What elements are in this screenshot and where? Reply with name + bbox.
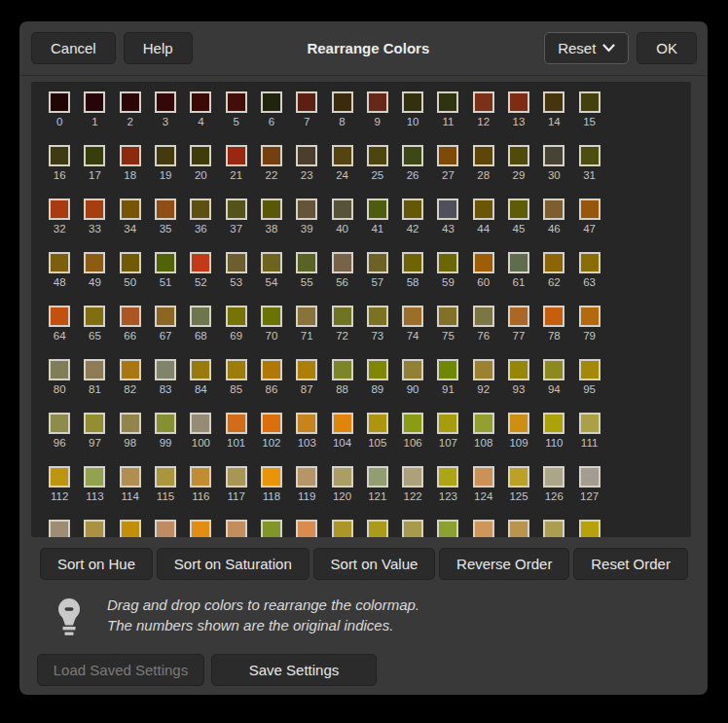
color-swatch[interactable] xyxy=(155,359,176,380)
color-swatch-cell[interactable]: 115 xyxy=(148,466,183,520)
color-swatch-cell[interactable]: 11 xyxy=(430,91,465,145)
color-swatch-cell[interactable]: 79 xyxy=(571,306,606,359)
color-swatch-cell[interactable]: 57 xyxy=(360,252,395,306)
color-swatch[interactable] xyxy=(543,252,564,273)
color-swatch[interactable] xyxy=(84,145,105,166)
color-swatch-cell[interactable]: 84 xyxy=(183,359,218,413)
color-swatch[interactable] xyxy=(332,520,353,537)
color-swatch-cell[interactable]: 31 xyxy=(571,145,606,199)
color-swatch[interactable] xyxy=(226,466,247,488)
color-swatch-cell[interactable]: 8 xyxy=(324,91,359,145)
color-swatch-cell[interactable]: 29 xyxy=(501,145,536,199)
color-swatch-cell[interactable]: 121 xyxy=(360,466,395,520)
color-swatch-cell[interactable]: 32 xyxy=(42,199,77,252)
color-swatch[interactable] xyxy=(332,359,353,380)
color-swatch-cell[interactable]: 35 xyxy=(148,199,183,252)
color-swatch-cell[interactable]: 103 xyxy=(289,413,324,466)
color-swatch-cell[interactable]: 78 xyxy=(536,306,571,359)
color-swatch[interactable] xyxy=(226,145,247,166)
color-swatch-cell[interactable]: 55 xyxy=(289,252,324,306)
color-swatch[interactable] xyxy=(473,306,494,327)
color-swatch[interactable] xyxy=(49,359,70,380)
color-swatch-cell[interactable]: 15 xyxy=(571,91,606,145)
color-swatch-cell[interactable]: 24 xyxy=(324,145,359,199)
color-swatch[interactable] xyxy=(190,199,211,220)
color-swatch[interactable] xyxy=(437,520,458,537)
color-swatch-cell[interactable]: 127 xyxy=(571,466,606,520)
color-swatch[interactable] xyxy=(332,91,353,113)
color-swatch[interactable] xyxy=(579,145,601,166)
color-swatch-cell[interactable]: 66 xyxy=(113,306,148,359)
color-swatch[interactable] xyxy=(437,306,458,327)
color-swatch-cell[interactable]: 38 xyxy=(254,199,289,252)
color-swatch[interactable] xyxy=(296,466,317,488)
color-swatch-cell[interactable]: 109 xyxy=(501,413,536,466)
color-swatch[interactable] xyxy=(402,199,423,220)
color-swatch[interactable] xyxy=(49,520,70,537)
color-swatch[interactable] xyxy=(332,252,353,273)
color-swatch-cell[interactable]: 16 xyxy=(42,145,77,199)
color-swatch-cell[interactable]: 126 xyxy=(536,466,571,520)
color-swatch-cell[interactable]: 23 xyxy=(289,145,324,199)
color-swatch-cell[interactable]: 50 xyxy=(113,252,148,306)
color-swatch-cell[interactable]: 19 xyxy=(148,145,183,199)
color-swatch[interactable] xyxy=(49,91,70,113)
color-swatch[interactable] xyxy=(402,359,423,380)
color-swatch-cell[interactable]: 59 xyxy=(430,252,465,306)
color-swatch[interactable] xyxy=(543,520,564,537)
color-swatch[interactable] xyxy=(543,306,564,327)
color-swatch[interactable] xyxy=(332,413,353,434)
color-swatch-cell[interactable]: 41 xyxy=(360,199,395,252)
color-swatch[interactable] xyxy=(261,520,282,537)
color-swatch-cell[interactable]: 143 xyxy=(571,520,606,537)
color-swatch-cell[interactable]: 108 xyxy=(466,413,501,466)
color-swatch[interactable] xyxy=(332,199,353,220)
color-swatch[interactable] xyxy=(543,145,564,166)
color-swatch-cell[interactable]: 12 xyxy=(466,91,501,145)
color-swatch[interactable] xyxy=(84,252,105,273)
color-swatch[interactable] xyxy=(296,306,317,327)
color-swatch-cell[interactable]: 48 xyxy=(42,252,77,306)
color-swatch-cell[interactable]: 46 xyxy=(536,199,571,252)
color-swatch[interactable] xyxy=(367,520,388,537)
color-swatch-cell[interactable]: 95 xyxy=(571,359,606,413)
color-swatch-cell[interactable]: 51 xyxy=(148,252,183,306)
color-swatch-cell[interactable]: 37 xyxy=(218,199,253,252)
color-swatch-cell[interactable]: 77 xyxy=(501,306,536,359)
color-swatch-cell[interactable]: 117 xyxy=(218,466,253,520)
color-swatch-cell[interactable]: 89 xyxy=(360,359,395,413)
color-swatch[interactable] xyxy=(508,466,529,488)
color-swatch[interactable] xyxy=(190,413,211,434)
color-swatch-cell[interactable]: 65 xyxy=(77,306,112,359)
color-swatch-cell[interactable]: 114 xyxy=(113,466,148,520)
color-swatch-cell[interactable]: 122 xyxy=(395,466,430,520)
color-swatch-cell[interactable]: 14 xyxy=(536,91,571,145)
color-swatch[interactable] xyxy=(402,413,423,434)
color-swatch[interactable] xyxy=(120,413,141,434)
color-swatch[interactable] xyxy=(579,466,601,488)
color-swatch[interactable] xyxy=(473,520,494,537)
color-swatch-cell[interactable]: 2 xyxy=(113,91,148,145)
color-swatch[interactable] xyxy=(296,359,317,380)
color-swatch[interactable] xyxy=(49,252,70,273)
color-swatch-cell[interactable]: 62 xyxy=(536,252,571,306)
color-swatch[interactable] xyxy=(402,145,423,166)
color-swatch-cell[interactable]: 101 xyxy=(218,413,253,466)
color-swatch-cell[interactable]: 61 xyxy=(501,252,536,306)
load-saved-settings-button[interactable]: Load Saved Settings xyxy=(37,654,204,686)
color-swatch-cell[interactable]: 94 xyxy=(536,359,571,413)
color-swatch-cell[interactable]: 141 xyxy=(501,520,536,537)
color-swatch[interactable] xyxy=(49,306,70,327)
color-swatch-cell[interactable]: 133 xyxy=(218,520,253,537)
color-swatch-cell[interactable]: 39 xyxy=(289,199,324,252)
color-swatch[interactable] xyxy=(226,306,247,327)
color-swatch[interactable] xyxy=(120,306,141,327)
color-swatch[interactable] xyxy=(508,359,529,380)
color-swatch[interactable] xyxy=(155,252,176,273)
color-swatch-cell[interactable]: 129 xyxy=(77,520,112,537)
color-swatch[interactable] xyxy=(402,466,423,488)
color-swatch-cell[interactable]: 20 xyxy=(183,145,218,199)
color-swatch-cell[interactable]: 72 xyxy=(324,306,359,359)
color-swatch[interactable] xyxy=(543,359,564,380)
color-swatch[interactable] xyxy=(155,413,176,434)
